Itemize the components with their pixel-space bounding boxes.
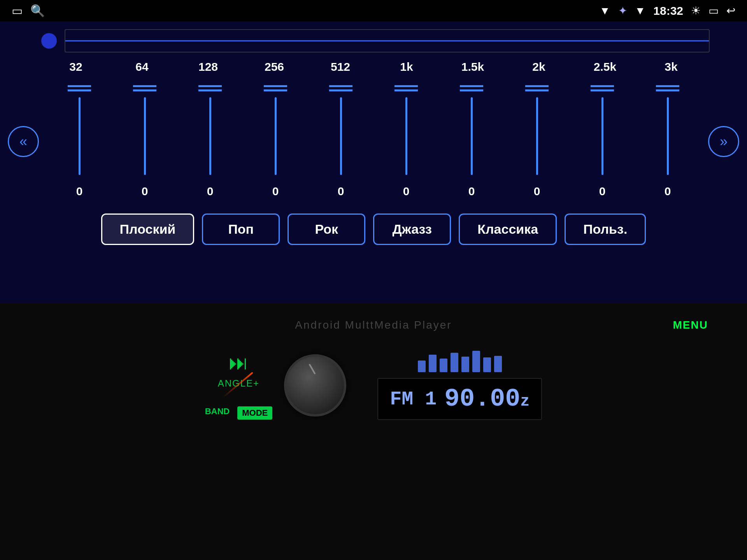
freq-label-2k: 2k bbox=[523, 60, 554, 74]
sliders-area: « 0 0 0 bbox=[0, 85, 747, 198]
slider-3: 0 bbox=[264, 85, 287, 198]
mode-button[interactable]: MODE bbox=[237, 406, 272, 420]
slider-track-4[interactable] bbox=[340, 97, 342, 175]
spectrum-bar bbox=[37, 29, 710, 52]
slider-track-9[interactable] bbox=[667, 97, 669, 175]
preset-pop[interactable]: Поп bbox=[202, 214, 280, 245]
slider-handle-0[interactable] bbox=[68, 85, 91, 91]
bluetooth-icon: ✦ bbox=[618, 4, 627, 17]
slider-handle-5[interactable] bbox=[395, 85, 418, 91]
slider-track-1[interactable] bbox=[144, 97, 146, 175]
slider-handle-8[interactable] bbox=[591, 85, 614, 91]
slider-track-5[interactable] bbox=[405, 97, 407, 175]
freq-label-2.5k: 2.5k bbox=[589, 60, 621, 74]
slider-0: 0 bbox=[68, 85, 91, 198]
slider-value-5: 0 bbox=[403, 185, 410, 198]
eq-bar-6 bbox=[472, 351, 480, 372]
status-right-icons: ▼ ✦ ▼ 18:32 ☀ ▭ ↩ bbox=[600, 4, 735, 18]
eq-bar-1 bbox=[418, 360, 426, 372]
slider-track-7[interactable] bbox=[536, 97, 538, 175]
preset-user[interactable]: Польз. bbox=[565, 214, 646, 245]
left-controls-wrapper: ⏭ ANGLE+ BAND MODE bbox=[205, 352, 347, 420]
slider-handle-7[interactable] bbox=[525, 85, 549, 91]
volume-knob[interactable] bbox=[284, 354, 346, 416]
preset-flat[interactable]: Плоский bbox=[101, 214, 195, 245]
prev-button[interactable]: « bbox=[8, 126, 39, 157]
slider-value-3: 0 bbox=[272, 185, 279, 198]
menu-label[interactable]: MENU bbox=[673, 319, 708, 331]
eq-screen: ▭ 🔍 ▼ ✦ ▼ 18:32 ☀ ▭ ↩ 32 64 128 256 512 bbox=[0, 0, 747, 303]
spectrum-line bbox=[65, 40, 709, 42]
spectrum-line-container bbox=[65, 29, 710, 52]
wifi-up-icon: ▼ bbox=[635, 5, 646, 17]
slider-track-8[interactable] bbox=[601, 97, 603, 175]
equalizer-container: 32 64 128 256 512 1k 1.5k 2k 2.5k 3k « 0 bbox=[0, 21, 747, 303]
slider-1: 0 bbox=[133, 85, 156, 198]
slider-value-4: 0 bbox=[338, 185, 344, 198]
slider-track-2[interactable] bbox=[209, 97, 211, 175]
freq-label-1.5k: 1.5k bbox=[457, 60, 488, 74]
slider-track-3[interactable] bbox=[275, 97, 277, 175]
slider-value-8: 0 bbox=[599, 185, 606, 198]
slider-handle-4[interactable] bbox=[329, 85, 352, 91]
slider-7: 0 bbox=[525, 85, 549, 198]
next-button[interactable]: » bbox=[708, 126, 739, 157]
eq-bar-5 bbox=[461, 357, 469, 372]
band-mode-row: BAND MODE bbox=[205, 406, 273, 420]
slider-handle-2[interactable] bbox=[198, 85, 222, 91]
slider-value-6: 0 bbox=[468, 185, 475, 198]
preset-buttons: Плоский Поп Рок Джазз Классика Польз. bbox=[0, 206, 747, 253]
eq-bar-7 bbox=[483, 357, 491, 372]
preset-jazz[interactable]: Джазз bbox=[373, 214, 451, 245]
slider-value-2: 0 bbox=[207, 185, 214, 198]
battery-icon: ▭ bbox=[708, 4, 719, 17]
wifi-down-icon: ▼ bbox=[600, 5, 610, 17]
eq-bar-8 bbox=[494, 356, 502, 372]
slider-value-9: 0 bbox=[665, 185, 671, 198]
preset-rock[interactable]: Рок bbox=[288, 214, 365, 245]
slider-value-0: 0 bbox=[76, 185, 83, 198]
device-area: Android MulttMedia Player MENU ⏭ ANGLE+ … bbox=[0, 303, 747, 560]
brightness-icon: ☀ bbox=[691, 4, 701, 17]
slider-8: 0 bbox=[591, 85, 614, 198]
left-labels: ⏭ ANGLE+ BAND MODE bbox=[205, 352, 273, 420]
back-icon[interactable]: ↩ bbox=[726, 4, 735, 17]
preset-classic[interactable]: Классика bbox=[459, 214, 557, 245]
slider-value-1: 0 bbox=[142, 185, 148, 198]
slider-2: 0 bbox=[198, 85, 222, 198]
eq-bar-4 bbox=[451, 353, 458, 372]
slider-handle-1[interactable] bbox=[133, 85, 156, 91]
freq-label-1k: 1k bbox=[391, 60, 422, 74]
band-button[interactable]: BAND bbox=[205, 406, 230, 420]
eq-bar-3 bbox=[440, 359, 447, 372]
fm-freq-value: 90.00 bbox=[444, 385, 520, 413]
slider-track-6[interactable] bbox=[471, 97, 473, 175]
frequency-labels: 32 64 128 256 512 1k 1.5k 2k 2.5k 3k bbox=[0, 60, 747, 74]
status-time: 18:32 bbox=[653, 4, 683, 18]
status-bar: ▭ 🔍 ▼ ✦ ▼ 18:32 ☀ ▭ ↩ bbox=[0, 0, 747, 21]
slider-handle-9[interactable] bbox=[656, 85, 679, 91]
device-controls: ⏭ ANGLE+ BAND MODE bbox=[0, 351, 747, 420]
freq-label-512: 512 bbox=[325, 60, 356, 74]
freq-label-64: 64 bbox=[126, 60, 158, 74]
search-icon: 🔍 bbox=[30, 4, 45, 18]
fm-display-area: FM 1 90.00z bbox=[377, 351, 542, 420]
fm-frequency: 90.00z bbox=[444, 385, 530, 413]
spectrum-dot bbox=[41, 33, 57, 49]
sliders-wrapper: 0 0 0 0 bbox=[39, 85, 708, 198]
slider-9: 0 bbox=[656, 85, 679, 198]
slider-handle-3[interactable] bbox=[264, 85, 287, 91]
fm-freq-unit: z bbox=[520, 393, 530, 410]
slider-value-7: 0 bbox=[534, 185, 540, 198]
play-icon[interactable]: ⏭ bbox=[229, 352, 248, 374]
freq-label-32: 32 bbox=[60, 60, 91, 74]
slider-handle-6[interactable] bbox=[460, 85, 483, 91]
rectangle-icon: ▭ bbox=[12, 4, 23, 18]
slider-4: 0 bbox=[329, 85, 352, 198]
slider-6: 0 bbox=[460, 85, 483, 198]
fm-band: FM 1 bbox=[390, 388, 437, 410]
slider-track-0[interactable] bbox=[79, 97, 81, 175]
fm-display: FM 1 90.00z bbox=[377, 378, 542, 420]
freq-label-256: 256 bbox=[259, 60, 290, 74]
freq-label-128: 128 bbox=[193, 60, 224, 74]
